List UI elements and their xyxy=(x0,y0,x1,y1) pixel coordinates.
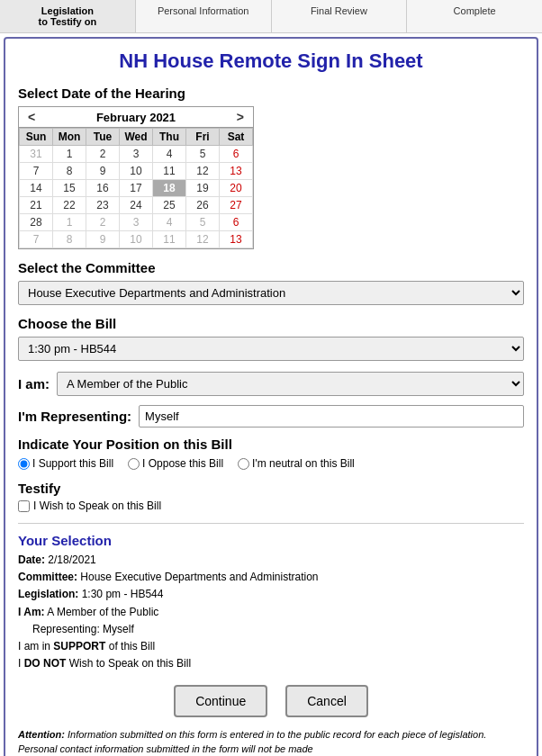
calendar: < February 2021 > SunMonTueWedThuFriSat … xyxy=(18,106,254,249)
cal-day[interactable]: 31 xyxy=(20,146,53,163)
selection-date: Date: 2/18/2021 xyxy=(18,552,524,569)
cal-day[interactable]: 21 xyxy=(20,197,53,214)
cal-day[interactable]: 8 xyxy=(53,163,86,180)
cal-day[interactable]: 9 xyxy=(86,231,120,248)
cal-day[interactable]: 27 xyxy=(220,197,253,214)
testify-checkbox-label[interactable]: I Wish to Speak on this Bill xyxy=(18,500,524,512)
cal-day[interactable]: 4 xyxy=(153,146,186,163)
bill-select[interactable]: 1:30 pm - HB544 xyxy=(18,337,524,361)
cal-day[interactable]: 2 xyxy=(86,214,120,231)
representing-section: I'm Representing: xyxy=(18,405,524,428)
testify-section: Testify I Wish to Speak on this Bill xyxy=(18,481,524,512)
position-oppose-label[interactable]: I Oppose this Bill xyxy=(128,457,223,470)
step-complete[interactable]: Complete xyxy=(407,0,542,32)
cal-day[interactable]: 22 xyxy=(53,197,86,214)
cal-day[interactable]: 16 xyxy=(86,180,120,197)
cal-day[interactable]: 12 xyxy=(186,231,220,248)
cal-day[interactable]: 3 xyxy=(120,214,153,231)
cal-day[interactable]: 5 xyxy=(186,214,220,231)
position-support-radio[interactable] xyxy=(18,458,30,470)
cal-day[interactable]: 23 xyxy=(86,197,120,214)
attention-text: Attention: Information submitted on this… xyxy=(18,728,524,756)
cal-day[interactable]: 20 xyxy=(220,180,253,197)
selection-speak: I DO NOT Wish to Speak on this Bill xyxy=(18,655,524,672)
calendar-header: < February 2021 > xyxy=(19,107,253,128)
cal-day[interactable]: 9 xyxy=(86,163,120,180)
selection-position: I am in SUPPORT of this Bill xyxy=(18,638,524,655)
cal-day[interactable]: 25 xyxy=(153,197,186,214)
cal-day[interactable]: 17 xyxy=(120,180,153,197)
bill-section: Choose the Bill 1:30 pm - HB544 xyxy=(18,316,524,361)
cal-day[interactable]: 4 xyxy=(153,214,186,231)
calendar-grid: SunMonTueWedThuFriSat 311234567891011121… xyxy=(19,128,253,248)
representing-input[interactable] xyxy=(139,405,524,428)
cal-day-header-mon: Mon xyxy=(53,129,86,146)
position-support-label[interactable]: I Support this Bill xyxy=(18,457,113,470)
progress-bar: Legislation to Testify on Personal Infor… xyxy=(0,0,542,33)
cal-day[interactable]: 7 xyxy=(20,231,53,248)
divider xyxy=(18,523,524,524)
committee-title: Select the Committee xyxy=(18,260,524,275)
selection-committee: Committee: House Executive Departments a… xyxy=(18,569,524,586)
cal-day[interactable]: 8 xyxy=(53,231,86,248)
your-selection-section: Your Selection Date: 2/18/2021 Committee… xyxy=(18,533,524,672)
cal-day[interactable]: 11 xyxy=(153,231,186,248)
cal-day[interactable]: 1 xyxy=(53,214,86,231)
testify-checkbox[interactable] xyxy=(18,500,30,512)
cancel-button[interactable]: Cancel xyxy=(285,685,368,717)
position-title: Indicate Your Position on this Bill xyxy=(18,436,524,452)
selection-representing: Representing: Myself xyxy=(18,621,524,638)
cal-day[interactable]: 3 xyxy=(120,146,153,163)
cal-day[interactable]: 15 xyxy=(53,180,86,197)
page-title: NH House Remote Sign In Sheet xyxy=(18,50,524,73)
cal-day[interactable]: 10 xyxy=(120,231,153,248)
cal-day-header-tue: Tue xyxy=(86,129,120,146)
cal-day[interactable]: 13 xyxy=(220,231,253,248)
bill-title: Choose the Bill xyxy=(18,316,524,331)
cal-day[interactable]: 5 xyxy=(186,146,220,163)
calendar-month-year: February 2021 xyxy=(96,111,176,124)
committee-section: Select the Committee House Executive Dep… xyxy=(18,260,524,305)
prev-month-button[interactable]: < xyxy=(24,110,39,124)
committee-select[interactable]: House Executive Departments and Administ… xyxy=(18,281,524,305)
cal-day-header-sat: Sat xyxy=(220,129,253,146)
position-neutral-label[interactable]: I'm neutral on this Bill xyxy=(238,457,355,470)
i-am-section: I am: A Member of the PublicA LobbyistAn… xyxy=(18,372,524,396)
cal-day[interactable]: 2 xyxy=(86,146,120,163)
cal-day[interactable]: 11 xyxy=(153,163,186,180)
i-am-select[interactable]: A Member of the PublicA LobbyistAn Advoc… xyxy=(57,372,524,396)
next-month-button[interactable]: > xyxy=(233,110,248,124)
continue-button[interactable]: Continue xyxy=(174,685,267,717)
calendar-title: Select Date of the Hearing xyxy=(18,86,524,101)
cal-day[interactable]: 26 xyxy=(186,197,220,214)
step-final-review[interactable]: Final Review xyxy=(272,0,408,32)
i-am-label: I am: xyxy=(18,376,50,392)
testify-title: Testify xyxy=(18,481,524,496)
calendar-section: Select Date of the Hearing < February 20… xyxy=(18,86,524,249)
selection-legislation: Legislation: 1:30 pm - HB544 xyxy=(18,586,524,603)
position-neutral-radio[interactable] xyxy=(238,458,249,470)
selection-details: Date: 2/18/2021 Committee: House Executi… xyxy=(18,552,524,672)
cal-day[interactable]: 19 xyxy=(186,180,220,197)
cal-day[interactable]: 14 xyxy=(20,180,53,197)
cal-day-header-thu: Thu xyxy=(153,129,186,146)
cal-day[interactable]: 7 xyxy=(20,163,53,180)
step-personal-info[interactable]: Personal Information xyxy=(136,0,272,32)
your-selection-title: Your Selection xyxy=(18,533,524,548)
cal-day[interactable]: 24 xyxy=(120,197,153,214)
cal-day[interactable]: 6 xyxy=(220,214,253,231)
cal-day[interactable]: 6 xyxy=(220,146,253,163)
position-radio-group: I Support this Bill I Oppose this Bill I… xyxy=(18,457,524,470)
cal-day[interactable]: 10 xyxy=(120,163,153,180)
cal-day-header-fri: Fri xyxy=(186,129,220,146)
representing-label: I'm Representing: xyxy=(18,409,131,424)
button-row: Continue Cancel xyxy=(18,685,524,717)
cal-day-header-sun: Sun xyxy=(20,129,53,146)
cal-day[interactable]: 1 xyxy=(53,146,86,163)
position-oppose-radio[interactable] xyxy=(128,458,140,470)
cal-day[interactable]: 13 xyxy=(220,163,253,180)
step-legislation[interactable]: Legislation to Testify on xyxy=(0,0,136,32)
cal-day[interactable]: 12 xyxy=(186,163,220,180)
cal-day[interactable]: 18 xyxy=(153,180,186,197)
cal-day[interactable]: 28 xyxy=(20,214,53,231)
